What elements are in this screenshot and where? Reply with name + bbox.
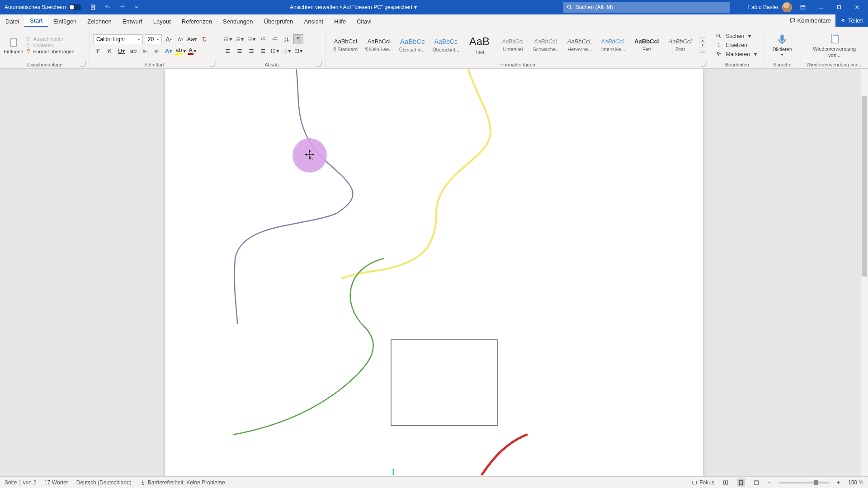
tab-start[interactable]: Start — [24, 15, 47, 27]
word-count[interactable]: 17 Wörter — [44, 479, 68, 486]
italic-icon[interactable]: K — [105, 46, 115, 56]
focus-mode-button[interactable]: Fokus — [691, 479, 714, 486]
dictate-button[interactable]: Diktieren ▾ — [770, 33, 795, 57]
read-mode-icon[interactable] — [722, 479, 729, 486]
share-button[interactable]: Teilen — [835, 14, 868, 27]
autosave-toggle[interactable] — [69, 4, 81, 10]
tab-citavi[interactable]: Citavi — [351, 16, 377, 27]
close-icon[interactable] — [852, 2, 863, 13]
styles-down-icon[interactable]: ▾ — [699, 43, 706, 48]
font-name-select[interactable]: Calibri Light — [93, 34, 143, 44]
font-color-icon[interactable]: A▾ — [187, 46, 197, 56]
search-input[interactable]: Suchen (Alt+M) — [563, 2, 730, 13]
align-center-icon[interactable] — [235, 46, 245, 56]
sort-icon[interactable]: AZ — [282, 34, 292, 44]
line-spacing-icon[interactable]: ▾ — [270, 46, 280, 56]
bold-icon[interactable]: F — [93, 46, 103, 56]
print-layout-icon[interactable] — [737, 479, 745, 487]
increase-indent-icon[interactable] — [270, 34, 280, 44]
reuse-files-button[interactable]: Wiederverwendung von... — [810, 33, 859, 58]
align-left-icon[interactable] — [223, 46, 233, 56]
justify-icon[interactable] — [258, 46, 268, 56]
svg-rect-20 — [391, 340, 497, 426]
paste-button[interactable]: Einfügen — [4, 36, 23, 54]
zoom-out-button[interactable]: − — [768, 479, 771, 486]
tab-ansicht[interactable]: Ansicht — [299, 16, 329, 27]
style-item[interactable]: AaBbCcIUntertitel — [496, 32, 529, 59]
document-area[interactable] — [0, 69, 868, 476]
svg-point-7 — [224, 37, 225, 38]
style-item[interactable]: AaBbCcI¶ Kein Lee... — [363, 32, 395, 59]
replace-button[interactable]: Ersetzen — [714, 41, 758, 49]
page[interactable] — [165, 69, 703, 476]
tab-überprüfen[interactable]: Überprüfen — [259, 16, 299, 27]
comments-button[interactable]: Kommentare — [785, 14, 835, 27]
style-item[interactable]: AaBbCcÜberschrif... — [429, 32, 462, 59]
tab-entwurf[interactable]: Entwurf — [117, 16, 148, 27]
borders-icon[interactable]: ▾ — [293, 46, 303, 56]
maximize-icon[interactable] — [834, 2, 844, 13]
tab-datei[interactable]: Datei — [0, 16, 24, 27]
clear-formatting-icon[interactable] — [199, 34, 209, 44]
decrease-indent-icon[interactable] — [258, 34, 268, 44]
user-name[interactable]: Fabio Basler — [748, 4, 778, 10]
tab-hilfe[interactable]: Hilfe — [329, 16, 351, 27]
format-painter-button[interactable]: Format übertragen — [26, 49, 74, 54]
document-title[interactable]: Ansichten verwalten • Auf "diesem PC" ge… — [144, 4, 563, 10]
multilevel-list-icon[interactable]: ▾ — [246, 34, 256, 44]
scroll-thumb[interactable] — [862, 96, 867, 277]
ribbon-display-icon[interactable] — [797, 2, 808, 13]
save-icon[interactable] — [88, 2, 99, 13]
styles-up-icon[interactable]: ▴ — [699, 38, 706, 43]
qat-dropdown-icon[interactable] — [131, 2, 142, 13]
undo-icon[interactable] — [102, 2, 113, 13]
numbering-icon[interactable]: 123▾ — [235, 34, 245, 44]
clipboard-launcher[interactable] — [80, 61, 85, 66]
zoom-in-button[interactable]: + — [837, 479, 840, 486]
find-button[interactable]: Suchen ▾ — [714, 32, 758, 40]
subscript-icon[interactable]: x2 — [140, 46, 150, 56]
web-layout-icon[interactable] — [753, 479, 760, 486]
strikethrough-icon[interactable]: ab — [128, 46, 138, 56]
change-case-icon[interactable]: Aa▾ — [187, 34, 197, 44]
text-effects-icon[interactable]: A▾ — [164, 46, 174, 56]
font-launcher[interactable] — [210, 61, 215, 66]
language-indicator[interactable]: Deutsch (Deutschland) — [76, 479, 132, 486]
page-indicator[interactable]: Seite 1 von 2 — [5, 479, 36, 486]
zoom-level[interactable]: 150 % — [848, 479, 863, 486]
font-size-select[interactable]: 20 — [145, 34, 162, 44]
style-item[interactable]: AaBbCcIFett — [630, 32, 663, 59]
styles-more-icon[interactable]: ⌄ — [699, 48, 706, 52]
style-item[interactable]: AaBbCcLSchwache... — [530, 32, 562, 59]
highlight-icon[interactable]: ab▾ — [175, 46, 185, 56]
tab-referenzen[interactable]: Referenzen — [176, 16, 217, 27]
style-item[interactable]: AaBTitel — [463, 32, 495, 59]
shrink-font-icon[interactable]: A▾ — [175, 34, 185, 44]
bullets-icon[interactable]: ▾ — [223, 34, 233, 44]
select-button[interactable]: Markieren ▾ — [714, 50, 758, 58]
underline-icon[interactable]: U▾ — [117, 46, 127, 56]
shading-icon[interactable]: ▾ — [282, 46, 292, 56]
tab-zeichnen[interactable]: Zeichnen — [82, 16, 117, 27]
grow-font-icon[interactable]: A▴ — [164, 34, 174, 44]
minimize-icon[interactable] — [816, 2, 826, 13]
style-item[interactable]: AaBbCcIZitat — [664, 32, 696, 59]
styles-launcher[interactable] — [702, 61, 707, 66]
show-marks-icon[interactable]: ¶ — [293, 34, 303, 44]
zoom-slider[interactable] — [779, 482, 829, 483]
avatar[interactable] — [782, 2, 792, 12]
paragraph-launcher[interactable] — [317, 61, 322, 66]
superscript-icon[interactable]: x2 — [152, 46, 162, 56]
style-item[interactable]: AaBbCcLIntensive... — [597, 32, 629, 59]
style-item[interactable]: AaBbCcLHervorhe... — [563, 32, 596, 59]
align-right-icon[interactable] — [246, 46, 256, 56]
redo-icon[interactable] — [117, 2, 127, 13]
style-item[interactable]: AaBbCcÜberschrif... — [396, 32, 429, 59]
accessibility-status[interactable]: Barrierefreiheit: Keine Probleme — [140, 479, 225, 486]
tab-layout[interactable]: Layout — [148, 16, 176, 27]
tab-sendungen[interactable]: Sendungen — [217, 16, 259, 27]
tab-einfügen[interactable]: Einfügen — [48, 16, 82, 27]
svg-rect-19 — [833, 36, 838, 43]
style-item[interactable]: AaBbCcI¶ Standard — [329, 32, 362, 59]
vertical-scrollbar[interactable] — [861, 69, 868, 476]
